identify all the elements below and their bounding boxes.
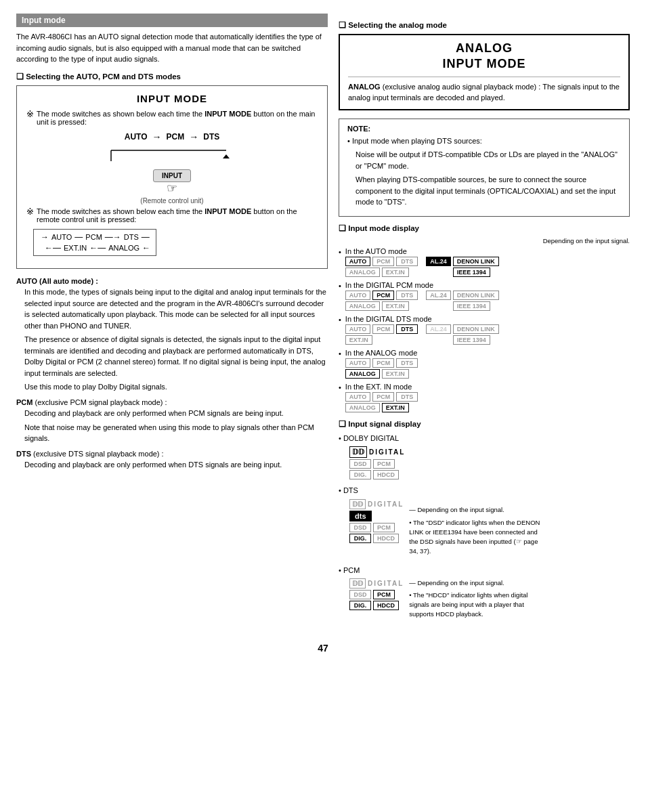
auto-ind-denon: DENON LINK bbox=[453, 257, 499, 266]
pcm-mode-content: In the DIGITAL PCM mode AUTO PCM DTS ANA… bbox=[345, 281, 499, 311]
auto-p1: In this mode, the types of signals being… bbox=[24, 286, 328, 331]
pcm-p2: Note that noise may be generated when us… bbox=[24, 422, 328, 444]
dts-dig: DIG. bbox=[349, 534, 371, 543]
arrow1: → bbox=[148, 131, 167, 142]
dts-right-indicators: AL.24 DENON LINK AL.24 IEEE 1394 bbox=[426, 324, 499, 345]
dts-p1: Decoding and playback are only performed… bbox=[24, 459, 328, 471]
auto-text: In this mode, the types of signals being… bbox=[16, 286, 328, 393]
note-title: NOTE: bbox=[347, 125, 621, 133]
dts-note2: • The "DSD" indicator lights when the DE… bbox=[409, 518, 544, 557]
diagram1-underline bbox=[26, 149, 318, 163]
pcm-left-row1: AUTO PCM DTS bbox=[345, 291, 418, 300]
analog-left-indicators: AUTO PCM DTS ANALOG EXT.IN bbox=[345, 358, 418, 379]
analog-title-line2: INPUT MODE bbox=[442, 57, 525, 70]
digital-text: DIGITAL bbox=[369, 448, 405, 456]
auto-ind-analog: ANALOG bbox=[345, 268, 380, 277]
input-mode-box: INPUT MODE ※ The mode switches as shown … bbox=[16, 85, 328, 269]
note-bullet-text: Input mode when playing DTS sources: bbox=[352, 137, 482, 145]
pcm-ind-ieee: IEEE 1394 bbox=[453, 301, 490, 311]
section-header-text: Input mode bbox=[22, 16, 66, 25]
subsection1-text: ❑ Selecting the AUTO, PCM and DTS modes bbox=[16, 72, 181, 81]
analog-label: ANALOG bbox=[108, 244, 139, 252]
dts-signal-notes: — Depending on the input signal. • The "… bbox=[409, 505, 544, 559]
arr5: ←— bbox=[45, 243, 61, 253]
dts-label1: DTS bbox=[203, 132, 219, 142]
dts-indicators: AUTO PCM DTS EXT.IN AL.24 DENON LI bbox=[345, 324, 499, 345]
dts-ind-auto: AUTO bbox=[345, 324, 370, 334]
pcm-label1: PCM bbox=[167, 132, 185, 142]
dts-signal-left: • DTS 𝔻𝔻 DIGITAL dts DSD PCM DIG. bbox=[339, 485, 404, 543]
pcm-row2: DIG. HDCD bbox=[349, 601, 404, 610]
bullet5: • bbox=[339, 383, 341, 391]
input-signal-display: ❑ Input signal display • DOLBY DIGITAL 𝔻… bbox=[339, 419, 630, 622]
dts-text: Decoding and playback are only performed… bbox=[16, 459, 328, 471]
arr3: —→ bbox=[105, 232, 121, 242]
auto-term: AUTO bbox=[16, 277, 37, 285]
dolby-pcm: PCM bbox=[373, 459, 395, 469]
input-mode-title: INPUT MODE bbox=[26, 93, 318, 104]
pcm-note1: — Depending on the input signal. bbox=[409, 578, 544, 588]
dts-colon: : bbox=[162, 450, 164, 458]
dts-note1: — Depending on the input signal. bbox=[409, 505, 544, 515]
dts-ind-denon: DENON LINK bbox=[453, 324, 499, 334]
pcm-ind-auto: AUTO bbox=[345, 291, 370, 300]
arr7: ← bbox=[142, 243, 150, 253]
input-mode-display-text: ❑ Input mode display bbox=[339, 223, 419, 233]
analog-left-row1: AUTO PCM DTS bbox=[345, 358, 418, 368]
auto-left-indicators: AUTO PCM DTS ANALOG EXT.IN bbox=[345, 257, 418, 277]
pcm-colon: : bbox=[165, 398, 167, 406]
analog-term-paren: (exclusive analog audio signal playback … bbox=[383, 83, 536, 91]
subsection1-label: ❑ Selecting the AUTO, PCM and DTS modes bbox=[16, 72, 328, 81]
analog-input-mode-box: ANALOG INPUT MODE ANALOG (exclusive anal… bbox=[339, 34, 630, 110]
dolby-indicators: 𝔻𝔻 DIGITAL DSD PCM DIG. HDCD bbox=[349, 446, 630, 479]
auto-right-row2: AL.24 IEEE 1394 bbox=[426, 268, 499, 277]
dolby-name: • DOLBY DIGITAL bbox=[339, 433, 630, 444]
bullet1: • bbox=[339, 248, 341, 256]
pcm-logo-row: 𝔻𝔻 DIGITAL bbox=[349, 578, 404, 589]
pcm-mode-label: In the DIGITAL PCM mode bbox=[345, 281, 499, 289]
auto-label1: AUTO bbox=[125, 132, 148, 142]
pcm-note2: • The "HDCD" indicator lights when digit… bbox=[409, 591, 544, 620]
extin-mode-row: • In the EXT. IN mode AUTO PCM DTS ANALO… bbox=[339, 383, 630, 412]
pcm-digital-text: DIGITAL bbox=[368, 580, 404, 587]
mode-diagram1: AUTO → PCM → DTS bbox=[26, 131, 318, 142]
dolby-digital-row: • DOLBY DIGITAL 𝔻𝔻 DIGITAL DSD PCM DIG. … bbox=[339, 433, 630, 480]
analog-mode-ind-label: In the ANALOG mode bbox=[345, 349, 418, 357]
dts-def: DTS (exclusive DTS signal playback mode)… bbox=[16, 448, 328, 471]
extin-ind-dts: DTS bbox=[396, 392, 418, 402]
page-number: 47 bbox=[0, 643, 646, 660]
dts-right-row2: AL.24 IEEE 1394 bbox=[426, 335, 499, 345]
analog-ind-pcm: PCM bbox=[372, 358, 394, 368]
input-signal-display-label: ❑ Input signal display bbox=[339, 419, 630, 429]
auto-ind-ieee: IEEE 1394 bbox=[453, 268, 490, 277]
analog-ind-dts: DTS bbox=[396, 358, 418, 368]
note-text1: Noise will be output if DTS-compatible C… bbox=[347, 149, 621, 171]
analog-term: ANALOG bbox=[348, 83, 381, 91]
analog-box-title: ANALOG INPUT MODE bbox=[348, 41, 620, 72]
auto-mode-label: In the AUTO mode bbox=[345, 247, 499, 255]
bullet4: • bbox=[339, 349, 341, 358]
pcm-indicators: AUTO PCM DTS ANALOG EXT.IN AL.24 bbox=[345, 291, 499, 311]
auto-left-row1: AUTO PCM DTS bbox=[345, 257, 418, 266]
dolby-dsd: DSD bbox=[349, 459, 371, 469]
dts-paren: (exclusive DTS signal playback mode) bbox=[33, 450, 159, 458]
analog-colon: : bbox=[538, 83, 540, 91]
dolby-logo-row: 𝔻𝔻 DIGITAL bbox=[349, 446, 630, 458]
dts-hdcd: HDCD bbox=[373, 534, 399, 543]
note2-text: The mode switches as shown below each ti… bbox=[37, 207, 318, 223]
pcm-right-indicators: AL.24 DENON LINK AL.24 IEEE 1394 bbox=[426, 291, 499, 311]
auto-right-indicators: AL.24 DENON LINK AL.24 IEEE 1394 bbox=[426, 257, 499, 277]
auto-label2: AUTO bbox=[51, 233, 72, 241]
svg-marker-2 bbox=[223, 154, 230, 158]
depending-note: Depending on the input signal. bbox=[339, 237, 630, 244]
dd-logo: 𝔻𝔻 bbox=[349, 446, 367, 458]
dts-signal-row: • DTS 𝔻𝔻 DIGITAL dts DSD PCM DIG. bbox=[339, 485, 630, 559]
note-box: NOTE: • Input mode when playing DTS sour… bbox=[339, 119, 630, 217]
dts-ind-pcm: PCM bbox=[372, 324, 394, 334]
extin-ind-auto: AUTO bbox=[345, 392, 370, 402]
pcm-def: PCM (exclusive PCM signal playback mode)… bbox=[16, 397, 328, 444]
remote-caption: (Remote control unit) bbox=[140, 197, 203, 205]
dts-ind-ieee: IEEE 1394 bbox=[453, 335, 490, 345]
pcm-ind-al24: AL.24 bbox=[426, 291, 451, 300]
depending-text: Depending on the input signal. bbox=[543, 237, 630, 244]
